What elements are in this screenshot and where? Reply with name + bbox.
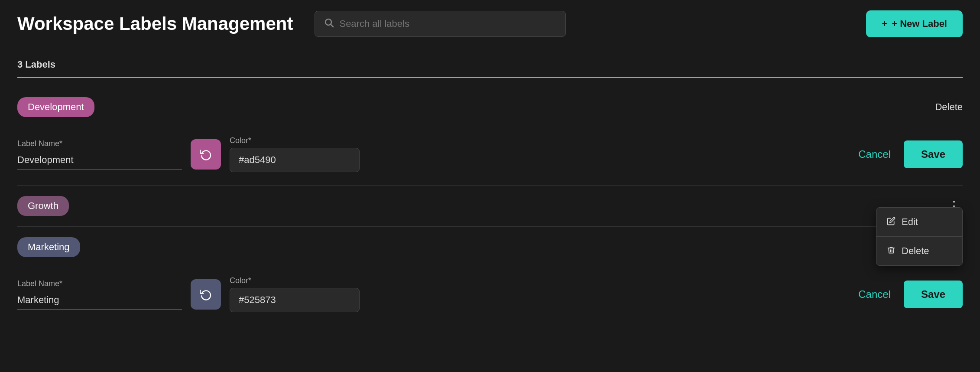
- new-label-button-label: + New Label: [892, 18, 947, 29]
- label-name-label-marketing: Label Name*: [17, 279, 182, 288]
- label-section-development: Development Delete Label Name* Color*: [17, 87, 963, 185]
- label-section-marketing: Marketing Label Name* Color* Cancel: [17, 227, 963, 325]
- color-input-group-development: Color*: [230, 136, 360, 172]
- color-picker-development[interactable]: [191, 139, 221, 170]
- label-badge-growth: Growth: [17, 196, 69, 216]
- label-row-marketing: Marketing: [17, 227, 963, 268]
- labels-count: 3 Labels: [17, 52, 963, 77]
- color-label-development: Color*: [230, 136, 360, 145]
- new-label-button[interactable]: + + New Label: [866, 10, 963, 37]
- label-badge-marketing: Marketing: [17, 237, 80, 257]
- dropdown-item-delete[interactable]: Delete: [876, 237, 962, 265]
- trash-icon: [887, 246, 896, 257]
- page-title: Workspace Labels Management: [17, 13, 293, 34]
- label-badge-development: Development: [17, 97, 94, 117]
- label-name-group-development: Label Name*: [17, 139, 182, 170]
- svg-line-1: [331, 25, 334, 27]
- color-label-marketing: Color*: [230, 276, 360, 285]
- dropdown-menu-growth: Edit Delete: [876, 207, 963, 266]
- color-input-group-marketing: Color*: [230, 276, 360, 312]
- dropdown-item-edit[interactable]: Edit: [876, 208, 962, 236]
- content: 3 Labels Development Delete Label Name* …: [0, 48, 980, 334]
- edit-icon: [887, 217, 896, 228]
- form-actions-marketing: Cancel Save: [858, 281, 963, 308]
- label-row-development: Development Delete: [17, 87, 963, 127]
- save-button-development[interactable]: Save: [904, 140, 963, 168]
- search-icon: [324, 17, 334, 30]
- save-button-marketing[interactable]: Save: [904, 281, 963, 308]
- edit-form-marketing: Label Name* Color* Cancel Save: [17, 268, 963, 325]
- label-name-input-marketing[interactable]: [17, 291, 182, 310]
- header: Workspace Labels Management + + New Labe…: [0, 0, 980, 48]
- color-input-development[interactable]: [230, 148, 360, 172]
- label-name-input-development[interactable]: [17, 151, 182, 170]
- label-name-label-development: Label Name*: [17, 139, 182, 148]
- delete-button-development[interactable]: Delete: [935, 101, 963, 113]
- dropdown-delete-label: Delete: [902, 245, 929, 257]
- search-container: [315, 11, 566, 37]
- label-actions-development: Delete: [935, 101, 963, 113]
- form-actions-development: Cancel Save: [858, 140, 963, 168]
- label-section-growth: Growth ⋮ Edit: [17, 186, 963, 226]
- search-input[interactable]: [339, 18, 557, 29]
- cancel-button-marketing[interactable]: Cancel: [858, 288, 891, 300]
- label-row-growth: Growth ⋮ Edit: [17, 186, 963, 226]
- edit-form-development: Label Name* Color* Cancel Save: [17, 127, 963, 185]
- color-picker-marketing[interactable]: [191, 279, 221, 310]
- dropdown-edit-label: Edit: [902, 216, 918, 228]
- color-input-marketing[interactable]: [230, 288, 360, 312]
- teal-divider: [17, 77, 963, 78]
- label-name-group-marketing: Label Name*: [17, 279, 182, 310]
- cancel-button-development[interactable]: Cancel: [858, 148, 891, 160]
- plus-icon: +: [882, 18, 887, 29]
